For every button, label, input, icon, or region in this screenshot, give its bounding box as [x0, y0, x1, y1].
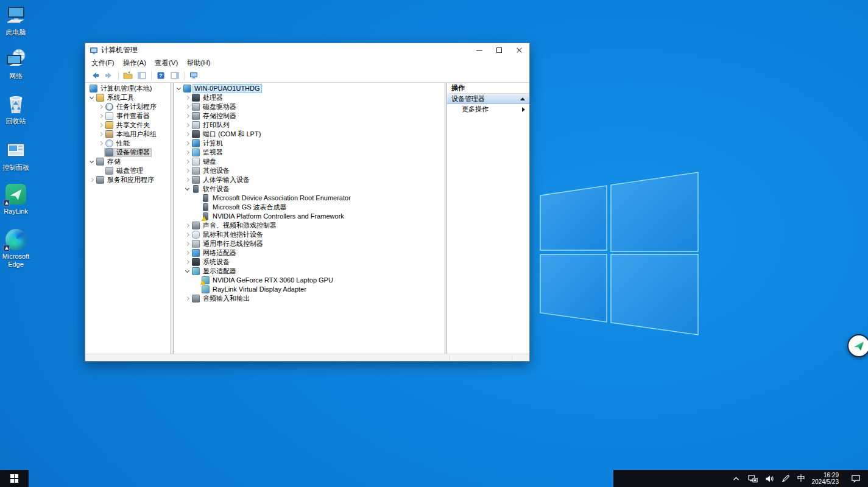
raylink-floating-ball[interactable]: [847, 334, 868, 357]
collapsed-chevron-icon[interactable]: [184, 149, 191, 156]
tree-item-task-scheduler[interactable]: 任务计划程序: [85, 102, 171, 111]
tree-item-computer-management[interactable]: 计算机管理(本地): [85, 84, 171, 93]
collapsed-chevron-icon[interactable]: [184, 250, 191, 257]
close-button[interactable]: [509, 43, 529, 57]
title-bar[interactable]: 计算机管理: [85, 43, 529, 57]
forward-button[interactable]: [103, 70, 115, 82]
collapsed-chevron-icon[interactable]: [184, 177, 191, 184]
console-tree-button[interactable]: [122, 70, 134, 82]
collapsed-chevron-icon[interactable]: [184, 131, 191, 138]
desktop-icon-label: 此电脑: [6, 29, 26, 37]
collapsed-chevron-icon[interactable]: [97, 122, 105, 129]
ime-indicator[interactable]: 中: [797, 474, 805, 483]
maximize-button[interactable]: [489, 43, 509, 57]
start-button[interactable]: [10, 474, 19, 483]
network-tray-icon[interactable]: [748, 474, 758, 483]
desktop-icon-this-pc[interactable]: 此电脑: [0, 4, 36, 37]
menu-action[interactable]: 操作(A): [119, 57, 150, 69]
tree-item-audio-inputs-outputs[interactable]: 音频输入和输出: [174, 294, 445, 303]
collapsed-chevron-icon[interactable]: [97, 103, 105, 111]
expanded-chevron-icon[interactable]: [88, 158, 96, 166]
tree-item-processors[interactable]: 处理器: [174, 93, 445, 102]
tree-item-raylink-virtual-display[interactable]: RayLink Virtual Display Adapter: [174, 285, 445, 294]
tree-item-hid[interactable]: 人体学输入设备: [174, 175, 445, 184]
tree-item-other-devices[interactable]: 其他设备: [174, 166, 445, 175]
minimize-button[interactable]: [469, 43, 489, 57]
taskbar-clock[interactable]: 16:29 2024/5/23: [812, 472, 839, 485]
app-icon: [90, 46, 98, 55]
action-pane-button[interactable]: [169, 70, 181, 82]
collapsed-chevron-icon[interactable]: [184, 122, 191, 129]
software-device-icon: [203, 194, 208, 202]
desktop-icon-raylink[interactable]: RayLink: [0, 183, 36, 215]
tree-item-local-users-groups[interactable]: 本地用户和组: [85, 130, 171, 139]
tree-item-event-viewer[interactable]: 事件查看器: [85, 111, 171, 121]
tree-item-network-adapters[interactable]: 网络适配器: [174, 248, 445, 258]
tree-item-device-manager[interactable]: 设备管理器: [85, 148, 171, 157]
tree-item-disk-management[interactable]: 磁盘管理: [85, 166, 171, 175]
expanded-chevron-icon[interactable]: [184, 186, 191, 193]
tree-item-usb-controllers[interactable]: 通用串行总线控制器: [174, 239, 445, 248]
toolbar-separator: [151, 71, 152, 80]
tree-item-ms-gs-wavetable[interactable]: Microsoft GS 波表合成器: [174, 203, 445, 212]
tree-item-software-devices[interactable]: 软件设备: [174, 184, 445, 194]
tree-item-performance[interactable]: 性能: [85, 139, 171, 148]
tree-item-print-queues[interactable]: 打印队列: [174, 121, 445, 130]
volume-icon[interactable]: [764, 474, 774, 483]
tree-item-monitors[interactable]: 监视器: [174, 148, 445, 157]
tree-item-storage-controllers[interactable]: 存储控制器: [174, 111, 445, 121]
collapsed-chevron-icon[interactable]: [184, 222, 191, 229]
collapse-arrow-icon[interactable]: [520, 97, 525, 100]
actions-group-device-manager[interactable]: 设备管理器: [447, 94, 529, 104]
collapsed-chevron-icon[interactable]: [184, 231, 191, 239]
collapsed-chevron-icon[interactable]: [184, 240, 191, 248]
tree-item-sound-controllers[interactable]: 声音、视频和游戏控制器: [174, 221, 445, 230]
collapsed-chevron-icon[interactable]: [184, 259, 191, 266]
desktop-icon-control-panel[interactable]: 控制面板: [0, 139, 36, 172]
tree-item-system-devices[interactable]: 系统设备: [174, 258, 445, 267]
tree-item-display-adapters[interactable]: 显示适配器: [174, 267, 445, 276]
tree-item-nvidia-rtx3060[interactable]: NVIDIA GeForce RTX 3060 Laptop GPU: [174, 276, 445, 285]
desktop-icon-recycle-bin[interactable]: 回收站: [0, 93, 36, 125]
tree-item-nvidia-platform-controllers[interactable]: NVIDIA Platform Controllers and Framewor…: [174, 212, 445, 221]
collapsed-chevron-icon[interactable]: [97, 113, 105, 120]
menu-file[interactable]: 文件(F): [87, 57, 119, 69]
expanded-chevron-icon[interactable]: [184, 268, 191, 275]
collapsed-chevron-icon[interactable]: [184, 113, 191, 120]
tree-item-ports[interactable]: 端口 (COM 和 LPT): [174, 130, 445, 139]
desktop-icon-edge[interactable]: Microsoft Edge: [0, 228, 36, 268]
tree-item-mice[interactable]: 鼠标和其他指针设备: [174, 230, 445, 239]
help-button[interactable]: ?: [155, 70, 167, 82]
back-button[interactable]: [89, 70, 101, 82]
tree-item-keyboards[interactable]: 键盘: [174, 157, 445, 166]
tree-item-storage[interactable]: 存储: [85, 157, 171, 166]
monitor-button[interactable]: [188, 70, 200, 82]
panel-button[interactable]: [136, 70, 148, 82]
tree-item-system-tools[interactable]: 系统工具: [85, 93, 171, 102]
action-center-icon[interactable]: [851, 474, 861, 483]
pen-icon[interactable]: [781, 474, 791, 483]
actions-more-actions[interactable]: 更多操作: [447, 104, 529, 114]
tree-item-computer-category[interactable]: 计算机: [174, 139, 445, 148]
tree-item-disk-drives[interactable]: 磁盘驱动器: [174, 102, 445, 111]
collapsed-chevron-icon[interactable]: [97, 131, 105, 138]
menu-help[interactable]: 帮助(H): [182, 57, 214, 69]
collapsed-chevron-icon[interactable]: [184, 103, 191, 111]
tree-item-shared-folders[interactable]: 共享文件夹: [85, 121, 171, 130]
expanded-chevron-icon[interactable]: [175, 85, 183, 93]
expanded-chevron-icon[interactable]: [88, 94, 96, 102]
collapsed-chevron-icon[interactable]: [184, 295, 191, 303]
desktop-icon-network[interactable]: 网络: [0, 47, 36, 80]
collapsed-chevron-icon[interactable]: [184, 94, 191, 102]
tree-item-computer-name[interactable]: WIN-0PUAO1UTHDG: [174, 84, 445, 93]
tree-item-services-applications[interactable]: 服务和应用程序: [85, 175, 171, 184]
collapsed-chevron-icon[interactable]: [184, 140, 191, 147]
collapsed-chevron-icon[interactable]: [88, 177, 96, 184]
collapsed-chevron-icon[interactable]: [184, 158, 191, 166]
collapsed-chevron-icon[interactable]: [184, 167, 191, 175]
tree-item-ms-device-association[interactable]: Microsoft Device Association Root Enumer…: [174, 194, 445, 203]
collapsed-chevron-icon[interactable]: [97, 140, 105, 147]
hidden-icons-chevron-icon[interactable]: [732, 474, 741, 483]
menu-view[interactable]: 查看(V): [150, 57, 182, 69]
svg-text:?: ?: [159, 72, 163, 79]
